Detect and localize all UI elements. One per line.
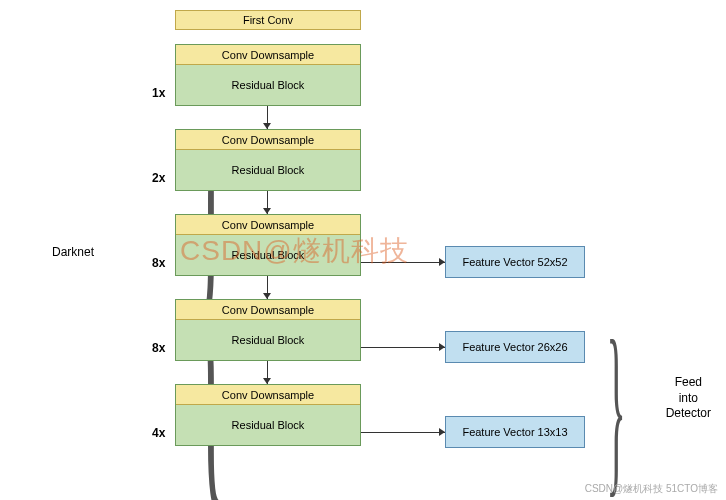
- arrow-head-icon: [439, 258, 445, 266]
- darknet-label: Darknet: [52, 245, 94, 259]
- arrow-right: [361, 432, 445, 433]
- residual-block: Residual Block: [176, 405, 360, 445]
- footer-watermark: CSDN@燧机科技 51CTO博客: [585, 482, 718, 496]
- arrow-head-icon: [439, 428, 445, 436]
- residual-block: Residual Block: [176, 65, 360, 105]
- multiplier-2: 2x: [152, 171, 165, 185]
- stage-4: Conv Downsample Residual Block: [175, 299, 361, 361]
- residual-block: Residual Block: [176, 150, 360, 190]
- feature-vector-13: Feature Vector 13x13: [445, 416, 585, 448]
- residual-block: Residual Block: [176, 320, 360, 360]
- arrow-right: [361, 347, 445, 348]
- arrow-head-icon: [263, 293, 271, 299]
- feature-vector-52: Feature Vector 52x52: [445, 246, 585, 278]
- stage-5: Conv Downsample Residual Block: [175, 384, 361, 446]
- multiplier-3: 8x: [152, 256, 165, 270]
- arrow-head-icon: [439, 343, 445, 351]
- multiplier-1: 1x: [152, 86, 165, 100]
- watermark: CSDN@燧机科技: [180, 232, 409, 270]
- arrow-head-icon: [263, 123, 271, 129]
- brace-right: }: [606, 298, 625, 500]
- multiplier-5: 4x: [152, 426, 165, 440]
- stage-2: Conv Downsample Residual Block: [175, 129, 361, 191]
- arrow-head-icon: [263, 378, 271, 384]
- arrow-head-icon: [263, 208, 271, 214]
- detector-label: Feed into Detector: [666, 375, 711, 422]
- conv-downsample: Conv Downsample: [176, 300, 360, 320]
- conv-downsample: Conv Downsample: [176, 385, 360, 405]
- multiplier-4: 8x: [152, 341, 165, 355]
- conv-downsample: Conv Downsample: [176, 130, 360, 150]
- block-first-conv: First Conv: [175, 10, 361, 30]
- stage-1: Conv Downsample Residual Block: [175, 44, 361, 106]
- conv-downsample: Conv Downsample: [176, 45, 360, 65]
- feature-vector-26: Feature Vector 26x26: [445, 331, 585, 363]
